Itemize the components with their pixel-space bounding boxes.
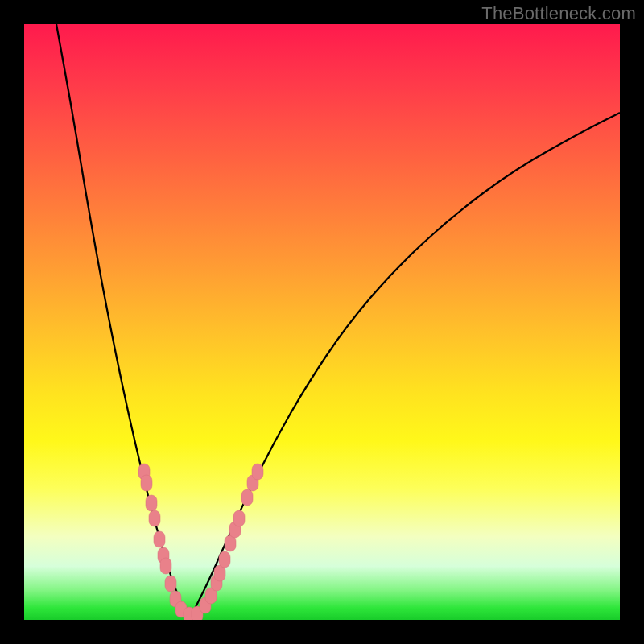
plot-area xyxy=(24,24,620,620)
data-marker xyxy=(141,475,152,491)
data-marker xyxy=(233,510,245,526)
chart-svg xyxy=(24,24,620,620)
data-marker xyxy=(149,510,160,526)
data-marker xyxy=(252,464,263,480)
watermark-label: TheBottleneck.com xyxy=(481,3,636,24)
data-marker xyxy=(165,576,176,592)
data-marker xyxy=(242,489,253,506)
left-curve xyxy=(56,24,189,620)
chart-frame: TheBottleneck.com xyxy=(0,0,644,644)
data-marker xyxy=(154,531,165,547)
right-curve xyxy=(189,113,620,620)
data-marker xyxy=(146,495,157,511)
data-marker xyxy=(219,551,230,568)
data-marker xyxy=(160,558,171,574)
